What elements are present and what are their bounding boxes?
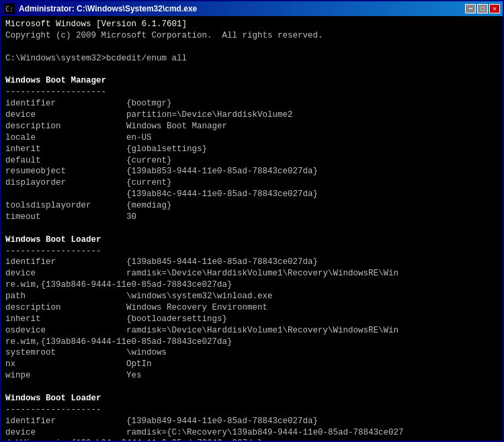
cmd-icon: C:: [4, 3, 15, 14]
console-line: locale en-US: [5, 133, 152, 142]
console-line: device ramdisk={C:\Recovery\139ab849-944…: [5, 428, 404, 437]
console-line: osdevice ramdisk=\Device\HarddiskVolume1…: [5, 326, 398, 335]
console-output[interactable]: Microsoft Windows [Version 6.1.7601] Cop…: [1, 16, 503, 441]
console-line: path \windows\system32\winload.exe: [5, 292, 273, 301]
console-line: da\Winre.wim,{139ab84a-9444-11e0-85ad-78…: [5, 439, 263, 441]
console-line: Windows Boot Manager: [5, 76, 106, 85]
console-line: device partition=\Device\HarddiskVolume2: [5, 110, 293, 120]
window-controls: − □ ✕: [465, 4, 500, 13]
console-line: inherit {globalsettings}: [5, 144, 207, 154]
minimize-button[interactable]: −: [465, 4, 476, 13]
title-bar: C: Administrator: C:\Windows\System32\cm…: [1, 1, 503, 16]
console-line: identifier {139ab849-9444-11e0-85ad-7884…: [5, 416, 318, 426]
cmd-window: C: Administrator: C:\Windows\System32\cm…: [0, 0, 504, 442]
console-line: Windows Boot Loader: [5, 394, 101, 403]
console-line: description Windows Boot Manager: [5, 122, 227, 131]
console-line: Windows Boot Loader: [5, 235, 101, 245]
console-line: inherit {bootloadersettings}: [5, 314, 227, 324]
window-title: Administrator: C:\Windows\System32\cmd.e…: [19, 4, 197, 13]
close-button[interactable]: ✕: [489, 4, 500, 13]
console-line: Copyright (c) 2009 Microsoft Corporation…: [5, 31, 323, 40]
console-line: device ramdisk=\Device\HarddiskVolume1\R…: [5, 269, 398, 278]
console-line: displayorder {current}: [5, 178, 172, 187]
title-bar-left: C: Administrator: C:\Windows\System32\cm…: [4, 3, 197, 14]
console-line: identifier {bootmgr}: [5, 99, 172, 108]
console-line: default {current}: [5, 156, 172, 165]
console-line: Microsoft Windows [Version 6.1.7601]: [5, 19, 187, 29]
console-line: resumeobject {139ab853-9444-11e0-85ad-78…: [5, 167, 318, 176]
console-line: re.wim,{139ab846-9444-11e0-85ad-78843ce0…: [5, 280, 233, 290]
console-line: description Windows Recovery Environment: [5, 303, 267, 312]
console-line: winpe Yes: [5, 371, 142, 380]
console-line: re.wim,{139ab846-9444-11e0-85ad-78843ce0…: [5, 337, 233, 347]
console-line: C:\Windows\system32>bcdedit/enum all: [5, 54, 187, 63]
console-line: {139ab84c-9444-11e0-85ad-78843ce027da}: [5, 189, 318, 199]
console-line: timeout 30: [5, 212, 136, 222]
console-line: -------------------: [5, 405, 101, 414]
console-line: systemroot \windows: [5, 348, 167, 357]
svg-text:C:: C:: [5, 5, 13, 13]
console-line: --------------------: [5, 87, 106, 97]
console-line: nx OptIn: [5, 359, 152, 369]
console-line: -------------------: [5, 247, 101, 256]
console-line: toolsdisplayorder {memdiag}: [5, 201, 172, 210]
maximize-button[interactable]: □: [477, 4, 488, 13]
console-line: identifier {139ab845-9444-11e0-85ad-7884…: [5, 257, 318, 267]
